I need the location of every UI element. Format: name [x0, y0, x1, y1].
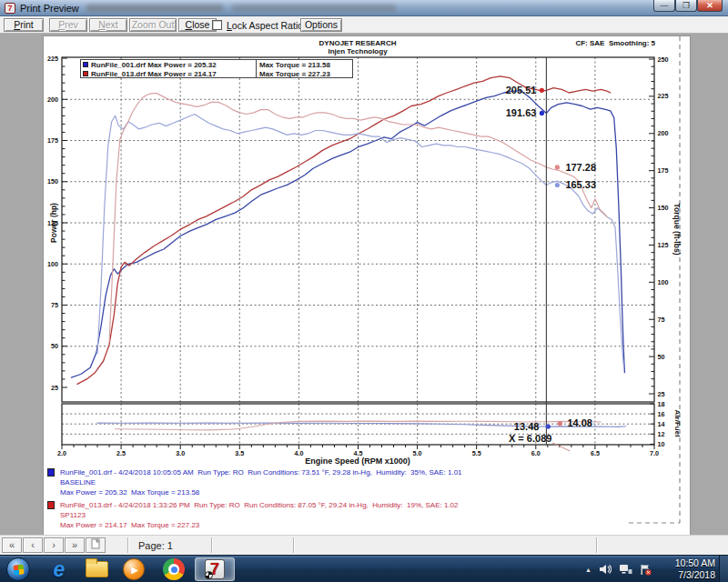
- taskbar-item-dynojet-winpep[interactable]: 7: [195, 557, 235, 581]
- clock-time: 10:50 AM: [675, 557, 715, 569]
- legend-swatch-red: [83, 71, 88, 76]
- run-swatch-blue: [47, 468, 55, 477]
- run-swatch-red: [47, 501, 55, 509]
- close-window-button[interactable]: ✕: [697, 0, 723, 12]
- statusbar-divider: [211, 537, 213, 553]
- y-axis-title-power: Power (hp): [49, 186, 58, 259]
- restore-button[interactable]: ❐: [675, 0, 697, 12]
- chart-subtitle: Injen Technology: [221, 47, 494, 55]
- app-icon: 7: [5, 3, 15, 14]
- lock-aspect-ratio-label: Lock Aspect Ratio: [227, 20, 303, 31]
- run-name: BASELINE: [60, 477, 462, 487]
- legend-row: RunFile_013.drf Max Power = 214.17 Max T…: [81, 69, 352, 78]
- legend-row: RunFile_001.drf Max Power = 205.32 Max T…: [81, 60, 352, 69]
- media-player-icon: ▶: [123, 558, 145, 580]
- zoom-out-button[interactable]: Zoom Out: [129, 18, 177, 32]
- legend-box: RunFile_001.drf Max Power = 205.32 Max T…: [80, 59, 353, 78]
- action-center-flag-icon[interactable]: [640, 564, 652, 576]
- options-button[interactable]: Options: [300, 18, 342, 32]
- statusbar-divider: [293, 537, 295, 553]
- correction-note: CF: SAE Smoothing: 5: [510, 39, 655, 47]
- page-setup-button[interactable]: [86, 537, 106, 553]
- run-info-block-baseline: RunFile_001.drf - 4/24/2018 10:05:05 AM …: [47, 467, 462, 497]
- taskbar-item-media-player[interactable]: ▶: [122, 558, 146, 580]
- status-bar: « ‹ › » Page: 1: [0, 535, 728, 555]
- minimize-button[interactable]: —: [653, 0, 675, 12]
- prev-page-nav-button[interactable]: ‹: [23, 537, 43, 553]
- run-header: RunFile_001.drf - 4/24/2018 10:05:05 AM …: [60, 467, 462, 477]
- statusbar-divider: [127, 537, 129, 553]
- legend-file-power: RunFile_013.drf Max Power = 214.17: [91, 70, 256, 78]
- page-indicator: Page: 1: [138, 540, 173, 551]
- statusbar-divider: [596, 537, 598, 553]
- checker-ball-icon: [205, 571, 213, 579]
- taskbar-item-internet-explorer[interactable]: e: [47, 558, 71, 580]
- taskbar-clock[interactable]: 10:50 AM 7/3/2018: [675, 557, 715, 581]
- redacted-title-text: [232, 5, 396, 12]
- legend-file-power: RunFile_001.drf Max Power = 205.32: [91, 61, 256, 69]
- run-stats: Max Power = 214.17 Max Torque = 227.23: [60, 520, 459, 530]
- title-bar[interactable]: 7 Print Preview — ❐ ✕: [0, 0, 728, 16]
- x-axis-title: Engine Speed (RPM x1000): [221, 457, 494, 466]
- legend-torque: Max Torque = 213.58: [257, 61, 330, 69]
- y-axis-title-airfuel: Air/Fuel: [673, 396, 682, 451]
- first-page-button[interactable]: «: [2, 537, 22, 553]
- lock-aspect-ratio-checkbox[interactable]: [212, 20, 222, 30]
- run-stats: Max Power = 205.32 Max Torque = 213.58: [60, 487, 462, 497]
- window-title: Print Preview: [20, 3, 79, 14]
- run-header: RunFile_013.drf - 4/24/2018 1:33:26 PM R…: [60, 500, 459, 510]
- show-desktop-button[interactable]: [719, 556, 728, 582]
- hidden-icons-arrow[interactable]: ▲: [585, 567, 592, 573]
- y-axis-title-torque: Torque (ft-lbs): [672, 193, 682, 266]
- page-icon: [91, 538, 100, 549]
- redacted-title-text: [86, 5, 223, 12]
- run-name: SP1123: [60, 510, 459, 520]
- chart-title: DYNOJET RESEARCH: [221, 39, 494, 47]
- legend-swatch-blue: [83, 62, 88, 67]
- system-tray: ▲: [585, 556, 652, 582]
- dynojet-winpep7-icon: 7: [205, 559, 225, 579]
- windows-logo-icon: [13, 564, 24, 575]
- print-preview-toolbar: Print Prev Next Zoom Out Close Lock Aspe…: [0, 16, 728, 34]
- prev-page-button[interactable]: Prev: [49, 18, 87, 32]
- clock-date: 7/3/2018: [675, 569, 715, 581]
- chrome-icon: [163, 558, 185, 580]
- next-page-button[interactable]: Next: [89, 18, 127, 32]
- speaker-icon[interactable]: [599, 564, 612, 575]
- print-button[interactable]: Print: [4, 18, 44, 32]
- internet-explorer-icon: e: [54, 557, 66, 582]
- run-info-block-sp1123: RunFile_013.drf - 4/24/2018 1:33:26 PM R…: [47, 500, 459, 530]
- start-button[interactable]: [6, 557, 30, 581]
- legend-torque: Max Torque = 227.23: [257, 70, 330, 78]
- taskbar-item-windows-explorer[interactable]: [85, 558, 108, 580]
- taskbar: e ▶ 7 ▲ 10:50 AM 7/3/2018: [0, 555, 728, 582]
- taskbar-item-chrome[interactable]: [162, 558, 186, 580]
- last-page-button[interactable]: »: [65, 537, 85, 553]
- folder-icon: [86, 561, 108, 577]
- close-preview-button[interactable]: Close: [178, 18, 217, 32]
- next-page-nav-button[interactable]: ›: [44, 537, 64, 553]
- screen: 2252001751501251007550252502252001751501…: [0, 0, 728, 582]
- network-icon[interactable]: [619, 564, 632, 575]
